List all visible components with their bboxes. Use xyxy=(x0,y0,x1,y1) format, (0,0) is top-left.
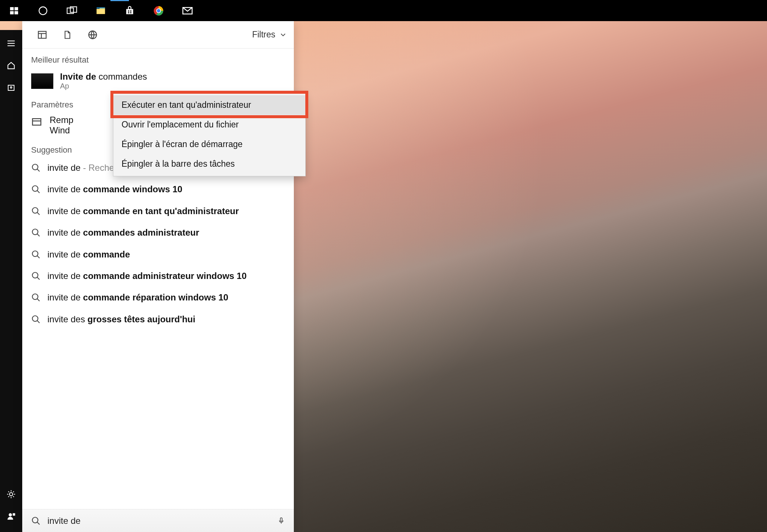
search-icon xyxy=(31,271,41,282)
suggestion-text: invite de commande windows 10 xyxy=(47,183,182,195)
suggestion-list: invite de - Rechercher sur le Webinvite … xyxy=(22,157,294,330)
hamburger-icon xyxy=(6,39,16,48)
taskbar xyxy=(0,0,767,21)
svg-rect-1 xyxy=(14,7,18,10)
search-panel: Filtres Meilleur résultat Invite de comm… xyxy=(22,21,294,532)
suggestion-item[interactable]: invite de commande windows 10 xyxy=(22,179,294,200)
svg-rect-0 xyxy=(10,7,14,10)
svg-point-32 xyxy=(32,186,38,192)
suggestion-text: invite de commandes administrateur xyxy=(47,227,199,239)
svg-point-30 xyxy=(32,164,38,170)
svg-rect-11 xyxy=(130,12,132,13)
task-view-button[interactable] xyxy=(64,3,79,18)
suggestion-text: invite des grosses têtes aujourd'hui xyxy=(47,313,195,325)
svg-rect-7 xyxy=(97,7,105,9)
svg-rect-48 xyxy=(280,518,282,521)
tab-documents[interactable] xyxy=(55,21,80,49)
context-menu-pin-to-start[interactable]: Épingler à l'écran de démarrage xyxy=(113,134,305,154)
best-result-subtitle: Ap xyxy=(60,82,147,90)
suggestion-item[interactable]: invite de commande administrateur window… xyxy=(22,265,294,287)
svg-point-20 xyxy=(10,87,12,88)
chrome-icon xyxy=(153,5,164,16)
search-icon xyxy=(31,163,41,173)
svg-rect-24 xyxy=(39,31,46,38)
search-input[interactable] xyxy=(47,516,271,526)
settings-list-icon xyxy=(31,116,43,128)
taskbar-running-indicator xyxy=(110,0,129,1)
svg-rect-28 xyxy=(33,119,41,125)
context-menu-open-file-location[interactable]: Ouvrir l'emplacement du fichier xyxy=(113,115,305,134)
search-icon xyxy=(31,516,41,526)
task-view-icon xyxy=(66,6,77,16)
svg-line-43 xyxy=(37,299,40,302)
suggestion-item[interactable]: invite de commande en tant qu'administra… xyxy=(22,200,294,222)
best-result-item[interactable]: Invite de commandes Ap xyxy=(22,67,294,93)
suggestion-item[interactable]: invite de commande réparation windows 10 xyxy=(22,287,294,308)
svg-rect-10 xyxy=(128,12,129,13)
svg-point-40 xyxy=(32,272,38,278)
search-icon xyxy=(31,206,41,217)
cortana-button[interactable] xyxy=(36,3,50,18)
svg-point-21 xyxy=(10,493,13,496)
search-icon xyxy=(31,293,41,303)
rail-account-button[interactable] xyxy=(0,505,22,528)
svg-point-4 xyxy=(39,7,47,14)
svg-point-38 xyxy=(32,251,38,256)
filters-label: Filtres xyxy=(252,30,275,40)
context-menu-pin-to-taskbar[interactable]: Épingler à la barre des tâches xyxy=(113,154,305,174)
svg-rect-8 xyxy=(128,10,129,11)
document-icon xyxy=(63,30,72,40)
suggestion-item[interactable]: invite de commande xyxy=(22,244,294,265)
svg-rect-23 xyxy=(13,513,15,516)
suggestion-text: invite de commande réparation windows 10 xyxy=(47,292,228,303)
store-icon xyxy=(124,6,135,16)
svg-line-35 xyxy=(37,212,40,215)
search-left-rail xyxy=(0,30,22,532)
windows-logo-icon xyxy=(9,6,19,16)
filters-button[interactable]: Filtres xyxy=(252,30,287,40)
settings-result-text: Remp Wind xyxy=(50,115,73,136)
svg-line-47 xyxy=(37,522,40,525)
rail-menu-button[interactable] xyxy=(0,32,22,54)
search-icon xyxy=(31,184,41,195)
suggestion-item[interactable]: invite de commandes administrateur xyxy=(22,222,294,243)
svg-line-37 xyxy=(37,234,40,236)
rail-home-button[interactable] xyxy=(0,54,22,77)
gear-icon xyxy=(6,489,16,499)
svg-line-33 xyxy=(37,191,40,193)
svg-point-46 xyxy=(32,517,38,523)
chrome-button[interactable] xyxy=(151,3,166,18)
suggestion-text: invite de commande xyxy=(47,249,130,260)
photo-icon xyxy=(7,83,16,92)
best-result-title: Invite de commandes xyxy=(60,72,147,82)
rail-settings-button[interactable] xyxy=(0,483,22,505)
globe-icon xyxy=(87,30,98,40)
search-icon xyxy=(31,250,41,260)
rail-photos-button[interactable] xyxy=(0,77,22,99)
svg-point-22 xyxy=(9,513,12,516)
svg-rect-3 xyxy=(14,11,18,14)
search-scope-tabs: Filtres xyxy=(22,21,294,49)
tab-web[interactable] xyxy=(80,21,105,49)
svg-point-36 xyxy=(32,229,38,235)
search-icon xyxy=(31,228,41,238)
svg-point-44 xyxy=(32,316,38,321)
mic-button[interactable] xyxy=(278,515,285,526)
home-icon xyxy=(6,61,16,70)
suggestion-text: invite de commande en tant qu'administra… xyxy=(47,205,239,217)
chevron-down-icon xyxy=(279,31,287,39)
start-button[interactable] xyxy=(7,3,21,18)
microphone-icon xyxy=(278,515,285,526)
svg-line-39 xyxy=(37,256,40,258)
svg-point-14 xyxy=(157,9,160,13)
context-menu: Exécuter en tant qu'administrateur Ouvri… xyxy=(113,93,306,176)
store-button[interactable] xyxy=(122,3,137,18)
person-icon xyxy=(6,512,16,521)
file-explorer-button[interactable] xyxy=(93,3,108,18)
context-menu-run-as-admin[interactable]: Exécuter en tant qu'administrateur xyxy=(113,95,305,115)
suggestion-item[interactable]: invite des grosses têtes aujourd'hui xyxy=(22,309,294,330)
mail-button[interactable] xyxy=(180,3,195,18)
svg-line-31 xyxy=(37,169,40,172)
svg-point-34 xyxy=(32,207,38,213)
tab-apps[interactable] xyxy=(30,21,55,49)
